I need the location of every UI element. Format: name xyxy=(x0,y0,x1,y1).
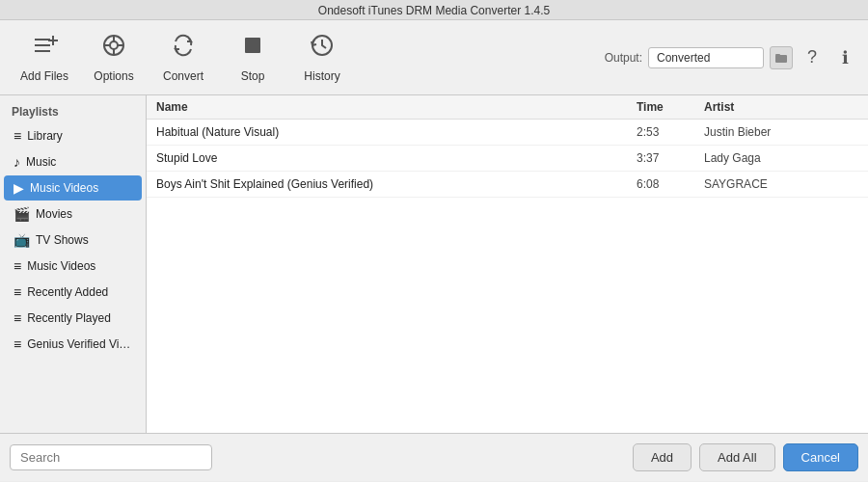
cell-name-2: Boys Ain't Shit Explained (Genius Verifi… xyxy=(156,177,637,191)
options-label: Options xyxy=(94,69,133,83)
sidebar-item-library[interactable]: ≡ Library xyxy=(4,123,142,148)
add-files-icon xyxy=(31,32,58,66)
sidebar-icon-genius-verified: ≡ xyxy=(14,336,21,352)
svg-rect-14 xyxy=(775,54,780,56)
sidebar-label-music-videos-2: Music Videos xyxy=(27,259,95,273)
add-files-button[interactable]: Add Files xyxy=(10,25,79,91)
sidebar-icon-tv-shows: 📺 xyxy=(14,232,30,248)
col-artist-header: Artist xyxy=(704,100,858,114)
history-icon xyxy=(309,32,336,66)
sidebar-item-music-videos[interactable]: ▶ Music Videos xyxy=(4,175,142,201)
bottom-bar: Add Add All Cancel xyxy=(0,433,868,481)
svg-point-6 xyxy=(110,41,118,49)
output-label: Output: xyxy=(605,51,642,65)
sidebar-item-music-videos-2[interactable]: ≡ Music Videos xyxy=(4,254,142,279)
sidebar-label-movies: Movies xyxy=(36,207,72,221)
svg-rect-13 xyxy=(775,55,787,63)
folder-button[interactable] xyxy=(770,46,793,69)
table-row[interactable]: Stupid Love 3:37 Lady Gaga xyxy=(147,146,868,172)
table-row[interactable]: Boys Ain't Shit Explained (Genius Verifi… xyxy=(147,172,868,198)
info-button[interactable]: ℹ xyxy=(831,44,858,71)
sidebar-label-tv-shows: TV Shows xyxy=(36,233,89,247)
sidebar-item-tv-shows[interactable]: 📺 TV Shows xyxy=(4,228,142,253)
sidebar-item-movies[interactable]: 🎬 Movies xyxy=(4,201,142,227)
sidebar: Playlists ≡ Library ♪ Music ▶ Music Vide… xyxy=(0,95,147,433)
col-time-header: Time xyxy=(637,100,704,114)
sidebar-header: Playlists xyxy=(0,99,146,122)
toolbar: Add Files Options Convert xyxy=(0,20,868,95)
sidebar-label-music-videos: Music Videos xyxy=(30,181,98,195)
col-name-header: Name xyxy=(156,100,637,114)
app-title: Ondesoft iTunes DRM Media Converter 1.4.… xyxy=(318,4,550,17)
sidebar-label-recently-played: Recently Played xyxy=(27,311,111,325)
help-button[interactable]: ? xyxy=(799,44,826,71)
sidebar-item-music[interactable]: ♪ Music xyxy=(4,149,142,174)
cell-name-0: Habitual (Nature Visual) xyxy=(156,125,637,139)
content-area: Name Time Artist Habitual (Nature Visual… xyxy=(147,95,868,433)
cell-artist-1: Lady Gaga xyxy=(704,151,858,165)
main-area: Playlists ≡ Library ♪ Music ▶ Music Vide… xyxy=(0,95,868,433)
svg-rect-11 xyxy=(245,38,260,53)
cancel-button[interactable]: Cancel xyxy=(783,443,858,471)
convert-label: Convert xyxy=(163,69,203,83)
sidebar-item-recently-played[interactable]: ≡ Recently Played xyxy=(4,306,142,331)
options-icon xyxy=(100,32,127,66)
sidebar-item-genius-verified[interactable]: ≡ Genius Verified Vid... xyxy=(4,332,142,357)
cell-time-1: 3:37 xyxy=(637,151,704,165)
sidebar-icon-music-videos: ▶ xyxy=(14,180,24,196)
title-bar: Ondesoft iTunes DRM Media Converter 1.4.… xyxy=(0,0,868,20)
cell-time-0: 2:53 xyxy=(637,125,704,139)
stop-button[interactable]: Stop xyxy=(218,25,287,91)
sidebar-label-library: Library xyxy=(27,129,63,143)
cell-artist-0: Justin Bieber xyxy=(704,125,858,139)
sidebar-item-recently-added[interactable]: ≡ Recently Added xyxy=(4,280,142,305)
history-label: History xyxy=(304,69,339,83)
table-body: Habitual (Nature Visual) 2:53 Justin Bie… xyxy=(147,120,868,433)
convert-button[interactable]: Convert xyxy=(149,25,218,91)
sidebar-icon-recently-added: ≡ xyxy=(14,284,21,300)
sidebar-icon-recently-played: ≡ xyxy=(14,310,21,326)
sidebar-icon-library: ≡ xyxy=(14,128,21,144)
table-header: Name Time Artist xyxy=(147,95,868,120)
cell-artist-2: SAYGRACE xyxy=(704,177,858,191)
cell-name-1: Stupid Love xyxy=(156,151,637,165)
sidebar-icon-music: ♪ xyxy=(14,154,20,170)
add-button[interactable]: Add xyxy=(633,443,692,471)
sidebar-label-genius-verified: Genius Verified Vid... xyxy=(27,337,132,351)
convert-icon xyxy=(170,32,197,66)
output-input[interactable] xyxy=(648,47,764,68)
stop-icon xyxy=(239,32,266,66)
cell-time-2: 6:08 xyxy=(637,177,704,191)
history-button[interactable]: History xyxy=(287,25,357,91)
add-all-button[interactable]: Add All xyxy=(699,443,774,471)
sidebar-label-recently-added: Recently Added xyxy=(27,285,108,299)
table-row[interactable]: Habitual (Nature Visual) 2:53 Justin Bie… xyxy=(147,120,868,146)
stop-label: Stop xyxy=(241,69,265,83)
sidebar-icon-movies: 🎬 xyxy=(14,206,30,222)
output-area: Output: ? ℹ xyxy=(605,44,858,71)
search-input[interactable] xyxy=(10,444,212,470)
add-files-label: Add Files xyxy=(20,69,68,83)
sidebar-icon-music-videos-2: ≡ xyxy=(14,258,21,274)
options-button[interactable]: Options xyxy=(79,25,149,91)
sidebar-label-music: Music xyxy=(26,155,56,169)
